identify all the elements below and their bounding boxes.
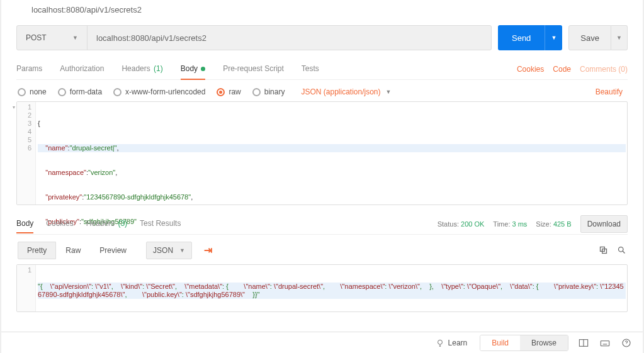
body-option-none[interactable]: none [18,87,47,96]
caret-down-icon: ▼ [179,247,185,254]
learn-button[interactable]: Learn [436,339,468,347]
body-option-raw[interactable]: raw [217,87,240,96]
body-option-raw-label: raw [229,87,240,96]
radio-icon [113,88,121,96]
caret-down-icon: ▼ [72,35,78,41]
code-link[interactable]: Code [553,65,571,74]
tab-authorization[interactable]: Authorization [60,59,104,79]
response-tab-headers-label: Headers [86,219,115,228]
view-preview-button[interactable]: Preview [90,242,136,259]
save-button[interactable]: Save [568,25,611,50]
send-dropdown-button[interactable]: ▼ [545,25,562,50]
tab-tests[interactable]: Tests [302,59,319,79]
svg-line-3 [623,251,624,253]
body-option-binary-label: binary [264,87,285,96]
lightbulb-icon [436,339,444,347]
status-bar: Learn Build Browse [1,332,643,353]
request-body-editor[interactable]: 1 2 3 4 5 6 { "name":"drupal-secret|", "… [16,101,628,205]
learn-label: Learn [448,339,468,347]
size-label: Size: [536,220,551,228]
build-mode-button[interactable]: Build [480,335,520,350]
body-option-formdata[interactable]: form-data [58,87,102,96]
content-type-label: JSON (application/json) [301,87,380,96]
request-input-group: POST ▼ [16,25,492,50]
mode-toggle: Build Browse [480,335,568,351]
download-button[interactable]: Download [580,215,628,233]
save-dropdown-button[interactable]: ▼ [611,25,628,50]
editor-gutter: 1 2 3 4 5 6 [17,102,36,205]
time-label: Time: [493,220,510,228]
cookies-link[interactable]: Cookies [517,65,544,74]
http-method-value: POST [26,33,47,42]
svg-point-4 [438,340,442,344]
tab-body[interactable]: Body [181,59,205,79]
radio-icon [252,88,261,96]
tab-body-label: Body [181,64,198,73]
browse-mode-button[interactable]: Browse [520,335,568,350]
response-body-editor[interactable]: 1 "{ \"apiVersion\": \"v1\", \"kind\": \… [16,264,628,312]
response-tab-headers[interactable]: Headers (3) [86,215,127,233]
body-option-xwww-label: x-www-form-urlencoded [125,87,205,96]
response-format-select[interactable]: JSON ▼ [146,242,192,259]
response-tab-body[interactable]: Body [16,215,33,233]
size-value: 425 B [553,220,572,228]
svg-point-2 [619,247,624,252]
body-option-none-label: none [30,87,47,96]
response-tab-headers-count: (3) [118,219,127,228]
radio-icon [217,88,225,96]
editor-code[interactable]: "{ \"apiVersion\": \"v1\", \"kind\": \"S… [36,265,627,311]
tab-body-indicator-icon [201,67,205,71]
editor-code[interactable]: { "name":"drupal-secret|", "namespace":"… [36,102,627,205]
svg-rect-9 [601,340,609,345]
tab-params[interactable]: Params [16,59,42,79]
time-value: 3 ms [512,220,528,228]
help-icon[interactable] [620,337,633,349]
http-method-select[interactable]: POST ▼ [17,26,88,50]
radio-icon [58,88,66,96]
tab-headers-label: Headers [121,64,150,73]
status-value: 200 OK [461,220,484,228]
copy-response-icon[interactable] [599,245,608,255]
tab-prerequest-script[interactable]: Pre-request Script [223,59,284,79]
status-label: Status: [438,220,459,228]
response-tab-cookies[interactable]: Cookies [46,215,73,233]
request-url-input[interactable] [88,26,491,50]
comments-link[interactable]: Comments (0) [580,65,628,74]
response-tab-tests[interactable]: Test Results [140,215,181,233]
body-option-formdata-label: form-data [70,87,102,96]
content-type-select[interactable]: JSON (application/json) ▼ [301,87,391,96]
beautify-link[interactable]: Beautify [596,87,623,96]
radio-icon [18,88,26,96]
body-option-binary[interactable]: binary [252,87,285,96]
search-response-icon[interactable] [617,245,626,255]
tab-headers[interactable]: Headers (1) [121,59,162,79]
view-raw-button[interactable]: Raw [56,242,90,259]
tab-headers-count: (1) [154,64,163,73]
response-format-label: JSON [153,246,173,255]
keyboard-shortcuts-icon[interactable] [599,337,611,349]
body-option-xwww[interactable]: x-www-form-urlencoded [113,87,205,96]
tab-url-display: localhost:8080/api/v1/secrets2 [1,0,643,24]
wrap-lines-button[interactable]: ⇥ [198,241,218,259]
editor-gutter: 1 [17,265,36,311]
caret-down-icon: ▼ [386,89,392,95]
view-pretty-button[interactable]: Pretty [18,242,56,259]
send-button[interactable]: Send [498,25,545,50]
two-pane-icon[interactable] [577,337,590,349]
